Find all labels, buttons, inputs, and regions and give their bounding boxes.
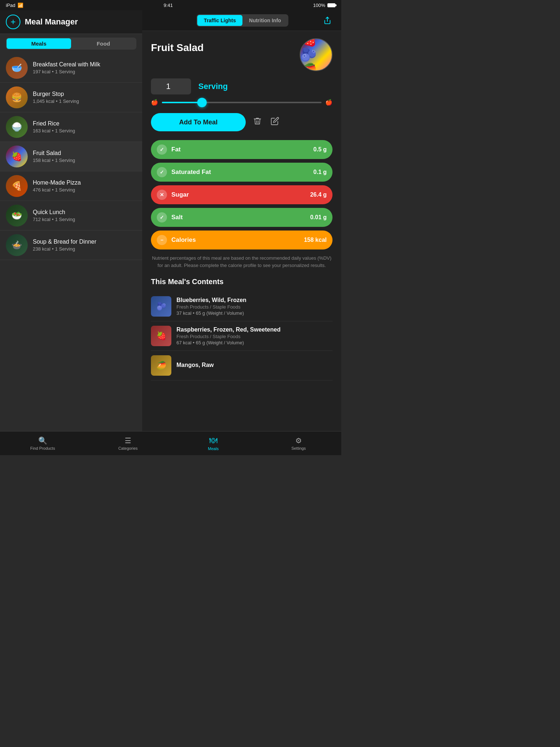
- tab-food[interactable]: Food: [71, 38, 136, 49]
- disclaimer-text: Nutrient percentages of this meal are ba…: [151, 255, 332, 269]
- device-label: iPad: [6, 3, 15, 8]
- tab-nutrition-info[interactable]: Nutrition Info: [242, 15, 288, 26]
- meal-thumb-quick-lunch: 🥗: [6, 205, 28, 227]
- mangos-name: Mangos, Raw: [176, 362, 214, 368]
- calories-label: Calories: [171, 236, 304, 244]
- edit-button[interactable]: [269, 115, 281, 129]
- meal-thumb-soup: 🍲: [6, 234, 28, 256]
- mangos-info: Mangos, Raw: [176, 362, 214, 369]
- tab-traffic-lights[interactable]: Traffic Lights: [197, 15, 242, 26]
- battery-fill: [328, 4, 335, 7]
- meal-item-quick-lunch[interactable]: 🥗 Quick Lunch 712 kcal•1 Serving: [0, 201, 142, 231]
- sat-fat-label: Saturated Fat: [171, 169, 314, 176]
- meal-item-burger[interactable]: 🍔 Burger Stop 1,045 kcal•1 Serving: [0, 83, 142, 112]
- time-display: 9:41: [164, 3, 173, 8]
- meal-thumb-fruit-salad: 🍓: [6, 146, 28, 167]
- search-icon: 🔍: [38, 436, 47, 445]
- meal-food-tabs: Meals Food: [6, 38, 136, 50]
- meal-item-fruit-salad[interactable]: 🍓 Fruit Salad 158 kcal•1 Serving: [0, 142, 142, 171]
- add-meal-button[interactable]: +: [6, 15, 20, 29]
- serving-input[interactable]: 1: [151, 78, 191, 94]
- content-item-blueberries: 🫐 Blueberries, Wild, Frozen Fresh Produc…: [151, 292, 332, 321]
- share-button[interactable]: [321, 14, 334, 27]
- categories-icon: ☰: [125, 436, 131, 445]
- nav-meals[interactable]: 🍽 Meals: [171, 431, 256, 455]
- right-panel: Traffic Lights Nutrition Info Fruit Sala…: [142, 10, 341, 431]
- blueberries-name: Blueberries, Wild, Frozen: [176, 297, 246, 303]
- nav-settings[interactable]: ⚙ Settings: [256, 431, 341, 455]
- meal-thumb-rice: 🍚: [6, 116, 28, 138]
- nutrition-bar-calories: − Calories 158 kcal: [151, 231, 332, 249]
- slider-row: 🍎 🍎: [151, 99, 332, 106]
- salt-label: Salt: [171, 214, 310, 221]
- blueberries-thumb: 🫐: [151, 296, 171, 317]
- main-layout: + Meal Manager Meals Food 🥣 Breakfast Ce…: [0, 10, 341, 431]
- bottom-nav: 🔍 Find Products ☰ Categories 🍽 Meals ⚙ S…: [0, 431, 341, 455]
- salt-value: 0.01 g: [310, 214, 327, 221]
- meal-info-soup: Soup & Bread for Dinner 238 kcal•1 Servi…: [33, 239, 136, 252]
- sugar-label: Sugar: [171, 191, 310, 198]
- meal-name-burger: Burger Stop: [33, 91, 136, 97]
- sugar-value: 26.4 g: [310, 191, 327, 198]
- wifi-icon: 📶: [18, 3, 23, 8]
- fat-value: 0.5 g: [314, 146, 327, 153]
- meal-info-rice: Fried Rice 163 kcal•1 Serving: [33, 120, 136, 133]
- meal-name-soup: Soup & Bread for Dinner: [33, 239, 136, 245]
- meal-list: 🥣 Breakfast Cereal with Milk 197 kcal•1 …: [0, 53, 142, 431]
- meal-meta-pizza: 476 kcal•1 Serving: [33, 187, 136, 193]
- meal-thumb-cereal: 🥣: [6, 57, 28, 79]
- contents-title: This Meal's Contents: [151, 278, 332, 286]
- blueberries-cat: Fresh Products / Staple Foods: [176, 304, 246, 310]
- meals-icon: 🍽: [209, 436, 217, 445]
- meal-item-pizza[interactable]: 🍕 Home-Made Pizza 476 kcal•1 Serving: [0, 171, 142, 201]
- calories-value: 158 kcal: [304, 237, 327, 243]
- raspberries-name: Raspberries, Frozen, Red, Sweetened: [176, 326, 280, 333]
- battery-icon: [327, 3, 335, 7]
- serving-label: Serving: [198, 82, 228, 91]
- status-left: iPad 📶: [6, 3, 23, 8]
- sidebar: + Meal Manager Meals Food 🥣 Breakfast Ce…: [0, 10, 142, 431]
- raspberries-cat: Fresh Products / Staple Foods: [176, 334, 280, 339]
- meal-name-fruit-salad: Fruit Salad: [33, 150, 136, 156]
- fat-label: Fat: [171, 146, 314, 153]
- nav-find-products[interactable]: 🔍 Find Products: [0, 431, 85, 455]
- tab-meals[interactable]: Meals: [7, 38, 71, 49]
- sugar-x-icon: ✕: [157, 190, 167, 200]
- blueberries-info: Blueberries, Wild, Frozen Fresh Products…: [176, 297, 246, 316]
- slider-thumb: [197, 98, 207, 107]
- meal-info-pizza: Home-Made Pizza 476 kcal•1 Serving: [33, 179, 136, 193]
- nav-meals-label: Meals: [208, 446, 218, 451]
- add-to-meal-button[interactable]: Add To Meal: [151, 113, 246, 131]
- raspberries-info: Raspberries, Frozen, Red, Sweetened Fres…: [176, 326, 280, 345]
- content-item-mangos: 🥭 Mangos, Raw: [151, 351, 332, 380]
- food-image: 🍓🫐🥭: [300, 38, 332, 71]
- right-header-tabs: Traffic Lights Nutrition Info: [197, 14, 288, 27]
- sidebar-title: Meal Manager: [25, 17, 78, 27]
- meal-info-cereal: Breakfast Cereal with Milk 197 kcal•1 Se…: [33, 61, 136, 74]
- meal-name-quick-lunch: Quick Lunch: [33, 209, 136, 216]
- meal-meta-fruit-salad: 158 kcal•1 Serving: [33, 158, 136, 163]
- delete-button[interactable]: [252, 115, 263, 129]
- fat-check-icon: ✓: [157, 144, 167, 155]
- right-header: Traffic Lights Nutrition Info: [142, 10, 341, 31]
- meal-info-quick-lunch: Quick Lunch 712 kcal•1 Serving: [33, 209, 136, 222]
- nav-categories-label: Categories: [118, 446, 137, 450]
- meal-thumb-pizza: 🍕: [6, 175, 28, 197]
- meal-name-rice: Fried Rice: [33, 120, 136, 127]
- nav-categories[interactable]: ☰ Categories: [85, 431, 171, 455]
- raspberries-meta: 67 kcal • 65 g (Weight / Volume): [176, 340, 280, 345]
- meal-item-soup[interactable]: 🍲 Soup & Bread for Dinner 238 kcal•1 Ser…: [0, 231, 142, 260]
- nutrition-bar-salt: ✓ Salt 0.01 g: [151, 208, 332, 227]
- raspberries-thumb: 🍓: [151, 326, 171, 346]
- battery-label: 100%: [313, 3, 325, 8]
- meal-meta-burger: 1,045 kcal•1 Serving: [33, 98, 136, 104]
- nutrition-bar-fat: ✓ Fat 0.5 g: [151, 140, 332, 159]
- settings-icon: ⚙: [295, 436, 302, 445]
- meal-item-rice[interactable]: 🍚 Fried Rice 163 kcal•1 Serving: [0, 112, 142, 142]
- status-right: 100%: [313, 3, 335, 8]
- nutrition-bar-saturated-fat: ✓ Saturated Fat 0.1 g: [151, 163, 332, 182]
- meal-item-cereal[interactable]: 🥣 Breakfast Cereal with Milk 197 kcal•1 …: [0, 53, 142, 83]
- nutrition-bar-sugar: ✕ Sugar 26.4 g: [151, 185, 332, 204]
- serving-slider[interactable]: [162, 102, 322, 103]
- nav-find-label: Find Products: [30, 446, 55, 450]
